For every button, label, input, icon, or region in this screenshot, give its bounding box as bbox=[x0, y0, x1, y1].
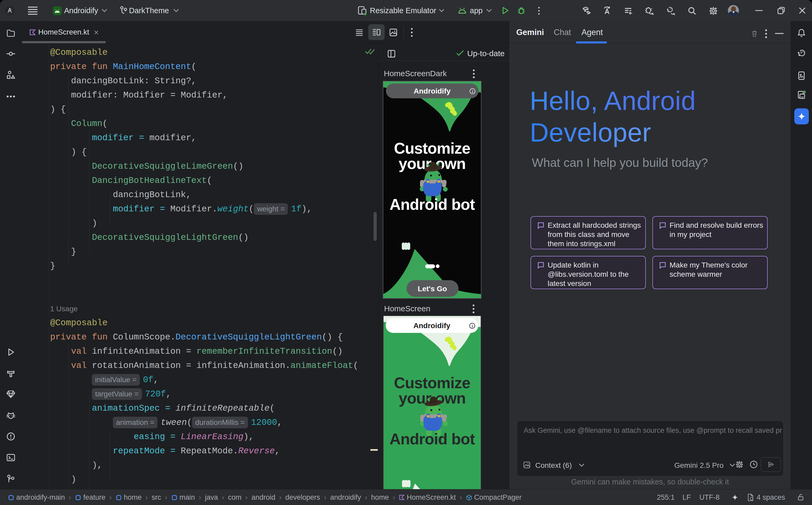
svg-text:Let's Go: Let's Go bbox=[418, 285, 447, 293]
svg-text:Customize: Customize bbox=[394, 374, 470, 392]
svg-text:Androidify: Androidify bbox=[414, 322, 450, 330]
svg-text:Customize: Customize bbox=[394, 140, 470, 157]
svg-text:Androidify: Androidify bbox=[414, 87, 451, 95]
svg-text:Android bot: Android bot bbox=[389, 431, 475, 448]
svg-text:Android bot: Android bot bbox=[389, 196, 475, 213]
